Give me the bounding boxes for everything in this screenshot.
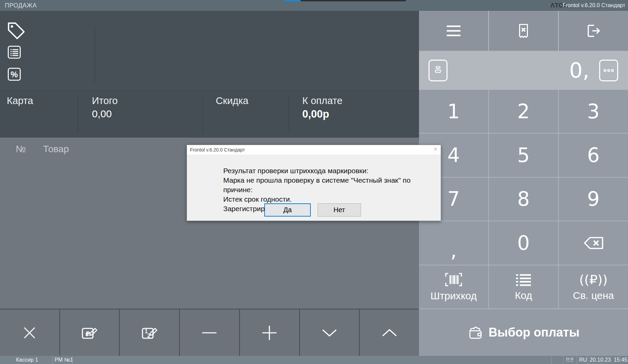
more-options-button[interactable] (599, 60, 618, 81)
menu-button[interactable] (419, 11, 488, 51)
fiscal-alarm-indicator: !!:!! (566, 357, 573, 363)
barcode-icon (443, 272, 464, 287)
key-5[interactable]: 5 (489, 134, 558, 177)
barcode-key[interactable]: Штрихкод (419, 265, 488, 308)
cashier-status: Кассир 1 (16, 357, 38, 363)
keypad-panel: 0, 1 2 3 4 5 6 7 8 9 , 0 (419, 11, 628, 356)
percent-icon[interactable]: % (6, 66, 22, 82)
discount-label: Скидка (216, 95, 248, 106)
backspace-icon (583, 236, 604, 250)
code-key[interactable]: Код (489, 265, 558, 308)
minus-icon (202, 331, 217, 335)
no-button[interactable]: Нет (318, 203, 361, 217)
key-3[interactable]: 3 (559, 90, 628, 133)
status-divider (577, 356, 577, 364)
info-divider (78, 96, 78, 133)
backspace-key[interactable] (559, 221, 628, 264)
status-divider (52, 356, 53, 364)
entry-value: 0, (569, 54, 589, 87)
receipt-header-panel: % (0, 11, 419, 91)
dialog-message-line: Результат проверки штрихкода маркировки: (223, 166, 441, 176)
receipt-cancel-icon (515, 22, 532, 39)
dialog-titlebar: Frontol v.6.20.0 Стандарт × (187, 145, 441, 155)
column-header-product: Товар (43, 144, 69, 155)
free-price-key[interactable]: ((₽)) Св. цена (559, 265, 628, 308)
payment-select-label: Выбор оплаты (489, 325, 579, 340)
background-window-sliver-dark (301, 0, 406, 1)
code-key-label: Код (515, 290, 532, 301)
key-6[interactable]: 6 (559, 134, 628, 177)
key-0[interactable]: 0 (489, 221, 558, 264)
wallet-icon (468, 325, 483, 340)
free-price-key-label: Св. цена (573, 290, 614, 301)
card-label: Карта (7, 95, 33, 106)
status-divider (551, 356, 552, 364)
scale-icon (432, 65, 444, 76)
background-window-sliver-blue (284, 0, 301, 1)
edit-quantity-button[interactable]: 1 2 (120, 309, 179, 356)
cancel-receipt-button[interactable] (489, 11, 558, 51)
column-header-number: № (16, 144, 26, 155)
window-titlebar: ПРОДАЖА ΛTOΛ Frontol v.6.20.0 Стандарт (0, 0, 628, 11)
total-label: Итого (92, 95, 118, 106)
key-comma[interactable]: , (419, 221, 488, 264)
top-actions-row (419, 11, 628, 51)
cancel-icon (22, 325, 37, 341)
scroll-down-button[interactable] (300, 309, 359, 356)
function-button-row: ₽ 1 2 (0, 309, 419, 356)
workstation-status: РМ №1 (55, 357, 73, 363)
payment-select-button[interactable]: Выбор оплаты (419, 308, 628, 356)
list-doc-icon[interactable] (6, 44, 22, 60)
keyboard-language: RU (579, 357, 587, 363)
key-9[interactable]: 9 (559, 178, 628, 221)
scale-button[interactable] (429, 60, 448, 81)
code-list-icon (515, 272, 532, 287)
datetime-status: 20.10.23 15:45:58 (590, 357, 628, 363)
barcode-key-label: Штрихкод (431, 290, 477, 302)
menu-icon (444, 23, 463, 39)
info-divider (203, 96, 203, 133)
yes-button[interactable]: Да (264, 203, 311, 217)
status-divider (587, 356, 588, 364)
cancel-button[interactable] (0, 309, 59, 356)
status-bar: Кассир 1 РМ №1 !!:!! RU 20.10.23 15:45:5… (0, 356, 628, 364)
svg-text:%: % (11, 70, 18, 79)
close-icon[interactable]: × (434, 146, 437, 153)
edit-price-button[interactable]: ₽ (60, 309, 119, 356)
key-1[interactable]: 1 (419, 90, 488, 133)
dialog-message-line: Марка не прошла проверку в системе "Чест… (223, 176, 441, 195)
key-8[interactable]: 8 (489, 178, 558, 221)
free-price-icon: ((₽)) (579, 272, 607, 287)
to-pay-label: К оплате (302, 95, 342, 106)
marking-check-dialog: Frontol v.6.20.0 Стандарт × Результат пр… (187, 145, 441, 221)
ellipsis-icon (603, 67, 615, 74)
receipt-panel-divider (95, 26, 95, 82)
exit-icon (585, 22, 602, 40)
total-value: 0,00 (92, 108, 112, 120)
plus-button[interactable] (240, 309, 299, 356)
status-divider (563, 356, 564, 364)
edit-quantity-icon: 1 2 (140, 324, 159, 342)
totals-info-row: Карта Итого 0,00 Скидка К оплате 0,00р (0, 91, 419, 138)
tag-icon[interactable] (6, 20, 27, 41)
frontol-pos-window: ПРОДАЖА ΛTOΛ Frontol v.6.20.0 Стандарт (0, 0, 628, 364)
plus-icon (261, 325, 278, 341)
input-display-row: 0, (419, 51, 628, 90)
key-2[interactable]: 2 (489, 90, 558, 133)
info-divider (289, 96, 289, 133)
mode-title: ПРОДАЖА (5, 2, 37, 9)
scroll-up-button[interactable] (360, 309, 419, 356)
status-divider (72, 356, 73, 364)
app-version-title: Frontol v.6.20.0 Стандарт (563, 2, 625, 8)
dialog-title: Frontol v.6.20.0 Стандарт (190, 147, 245, 153)
to-pay-value: 0,00р (302, 108, 329, 120)
dialog-message-line: Истек срок годности. (223, 195, 441, 204)
svg-text:₽: ₽ (85, 329, 90, 338)
chevron-down-icon (322, 329, 337, 337)
numeric-keypad: 1 2 3 4 5 6 7 8 9 , 0 (419, 90, 628, 308)
edit-price-icon: ₽ (80, 324, 99, 342)
minus-button[interactable] (180, 309, 239, 356)
chevron-up-icon (382, 329, 397, 337)
exit-button[interactable] (559, 11, 628, 51)
